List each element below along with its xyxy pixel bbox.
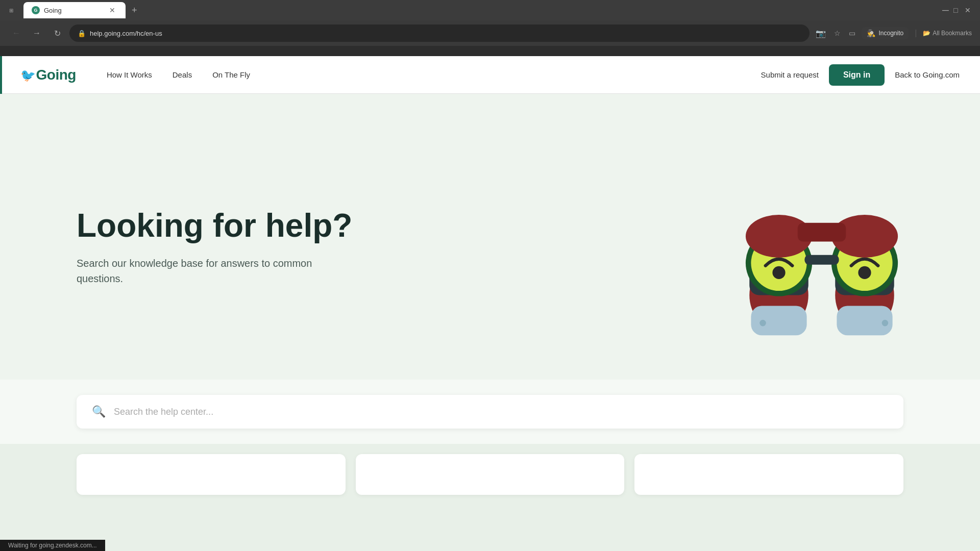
site-navigation: 🐦Going How It Works Deals On The Fly Sub… [0,56,980,94]
status-bar: Waiting for going.zendesk.com... [0,540,105,551]
nav-links: How It Works Deals On The Fly [107,70,761,79]
bookmark-star-icon[interactable]: ☆ [832,27,843,39]
minimize-button[interactable]: ─ [942,7,949,14]
card-3[interactable] [634,454,903,495]
nav-link-on-the-fly[interactable]: On The Fly [212,70,250,79]
svg-rect-17 [798,223,846,242]
search-section: 🔍 [0,380,980,444]
logo-text: 🐦Going [20,67,76,83]
submit-request-link[interactable]: Submit a request [761,70,819,79]
svg-point-13 [858,266,871,279]
tab-title: Going [44,7,103,14]
mascot-svg [715,140,929,343]
forward-button[interactable]: → [29,25,45,41]
search-input[interactable] [114,407,888,417]
nav-link-deals[interactable]: Deals [173,70,192,79]
browser-chrome: ⊞ G Going ✕ + ─ □ ✕ ← → ↻ 🔒 help.going.c… [0,0,980,56]
close-window-button[interactable]: ✕ [965,7,972,14]
tab-favicon: G [32,6,40,14]
bookmarks-label: All Bookmarks [933,30,972,37]
incognito-label: Incognito [878,30,903,37]
address-bar[interactable]: 🔒 help.going.com/hc/en-us [69,24,810,42]
tab-group-icon: ⊞ [5,4,17,16]
back-to-going-link[interactable]: Back to Going.com [895,70,960,79]
browser-tabs: ⊞ G Going ✕ + ─ □ ✕ [0,0,980,20]
svg-point-19 [882,320,889,327]
status-text: Waiting for going.zendesk.com... [8,542,97,549]
svg-rect-2 [751,306,806,336]
hero-mascot-image [715,140,929,334]
hero-subtitle: Search our knowledge base for answers to… [77,256,322,286]
tab-close-button[interactable]: ✕ [107,5,117,15]
svg-point-18 [760,320,766,327]
svg-rect-14 [804,255,839,265]
back-button[interactable]: ← [8,25,24,41]
incognito-button[interactable]: 🕵 Incognito [862,27,909,39]
bookmarks-area[interactable]: 📂 All Bookmarks [923,30,972,37]
camera-off-icon[interactable]: 📷 [814,27,828,40]
toolbar-actions: 📷 ☆ ▭ 🕵 Incognito | 📂 All Bookmarks [814,27,972,40]
search-icon: 🔍 [92,405,106,418]
reload-button[interactable]: ↻ [49,25,65,41]
site-logo[interactable]: 🐦Going [20,67,76,83]
svg-point-6 [772,266,785,279]
new-tab-button[interactable]: + [128,3,141,18]
card-1[interactable] [77,454,346,495]
browser-toolbar: ← → ↻ 🔒 help.going.com/hc/en-us 📷 ☆ ▭ 🕵 … [0,20,980,46]
url-display: help.going.com/hc/en-us [90,30,801,37]
search-box: 🔍 [77,395,903,429]
active-tab[interactable]: G Going ✕ [23,2,126,18]
nav-link-how-it-works[interactable]: How It Works [107,70,152,79]
sign-in-button[interactable]: Sign in [829,64,885,86]
cards-row [0,444,980,495]
display-icon[interactable]: ▭ [847,27,857,39]
hero-section: Looking for help? Search our knowledge b… [0,94,980,380]
maximize-button[interactable]: □ [953,7,961,14]
card-2[interactable] [356,454,625,495]
nav-right: Submit a request Sign in Back to Going.c… [761,64,960,86]
website: 🐦Going How It Works Deals On The Fly Sub… [0,56,980,551]
